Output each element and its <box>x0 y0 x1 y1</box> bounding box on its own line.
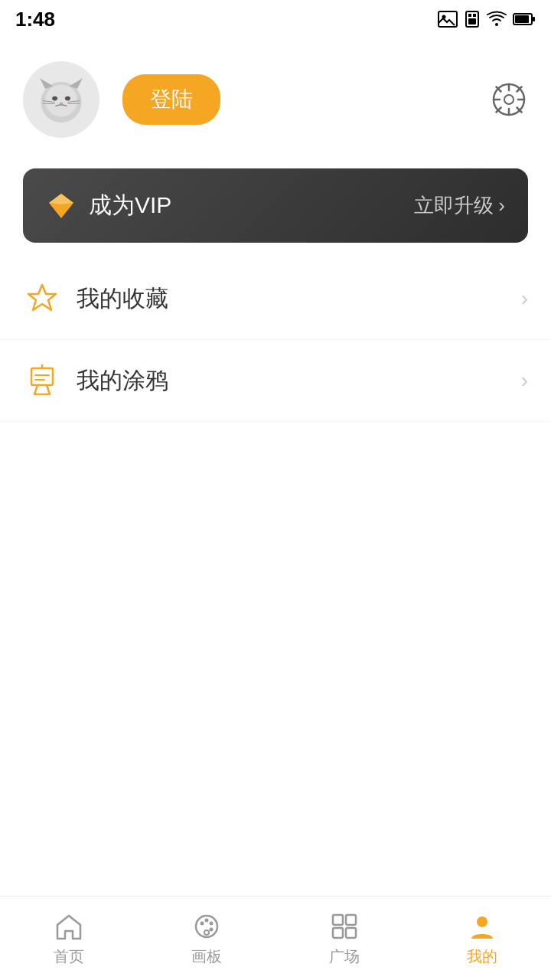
status-time: 1:48 <box>15 8 55 31</box>
sim-status-icon <box>464 11 481 28</box>
status-icons <box>438 11 536 28</box>
svg-line-35 <box>34 385 37 394</box>
status-bar: 1:48 <box>0 0 551 38</box>
svg-marker-32 <box>49 194 73 204</box>
grid-icon <box>328 910 361 943</box>
svg-line-19 <box>67 103 80 104</box>
bottom-nav: 首页 画板 广场 <box>0 896 551 980</box>
svg-point-45 <box>210 928 214 932</box>
profile-icon <box>465 910 499 943</box>
menu-list: 我的收藏 › 我的涂鸦 › <box>0 258 551 422</box>
svg-point-6 <box>495 23 498 26</box>
svg-rect-49 <box>333 928 343 938</box>
wifi-icon <box>487 11 507 28</box>
svg-rect-8 <box>515 15 529 23</box>
vip-upgrade-arrow-icon: › <box>498 194 505 217</box>
nav-item-home[interactable]: 首页 <box>0 910 138 967</box>
favorites-arrow-icon: › <box>521 286 528 311</box>
star-icon <box>23 279 61 318</box>
svg-marker-33 <box>28 285 56 310</box>
favorites-label: 我的收藏 <box>77 283 521 315</box>
nav-home-label: 首页 <box>54 946 84 967</box>
svg-rect-34 <box>31 368 53 385</box>
svg-point-20 <box>60 103 63 105</box>
nav-item-palette[interactable]: 画板 <box>138 910 276 967</box>
vip-banner[interactable]: 成为VIP 立即升级 › <box>23 168 528 243</box>
avatar-cat-image <box>34 73 88 126</box>
svg-point-51 <box>477 916 487 927</box>
svg-point-13 <box>45 84 77 116</box>
svg-rect-50 <box>346 928 356 938</box>
nav-grid-label: 广场 <box>329 946 360 967</box>
svg-rect-5 <box>473 14 476 17</box>
svg-point-22 <box>504 95 514 104</box>
svg-line-36 <box>47 385 50 394</box>
login-button[interactable]: 登陆 <box>122 74 220 125</box>
settings-icon[interactable] <box>490 80 528 119</box>
svg-rect-48 <box>346 915 356 925</box>
svg-point-42 <box>201 922 204 926</box>
avatar <box>23 61 99 138</box>
svg-point-14 <box>52 96 57 101</box>
vip-upgrade-label: 立即升级 › <box>414 192 505 219</box>
home-icon <box>52 910 86 943</box>
svg-line-17 <box>43 103 55 104</box>
profile-section: 登陆 <box>0 38 551 161</box>
paint-icon <box>23 361 61 400</box>
svg-point-44 <box>210 922 214 926</box>
battery-icon <box>513 12 536 26</box>
svg-rect-9 <box>533 17 535 21</box>
nav-profile-label: 我的 <box>467 946 497 967</box>
svg-point-43 <box>205 919 209 923</box>
svg-rect-3 <box>468 18 476 24</box>
palette-icon <box>190 910 223 943</box>
svg-point-15 <box>65 96 70 101</box>
vip-title: 成为VIP <box>89 190 414 221</box>
doodles-arrow-icon: › <box>521 368 528 393</box>
menu-item-doodles[interactable]: 我的涂鸦 › <box>0 340 551 422</box>
svg-point-46 <box>204 930 209 935</box>
svg-rect-47 <box>333 915 343 925</box>
nav-item-grid[interactable]: 广场 <box>276 910 413 967</box>
nav-palette-label: 画板 <box>191 946 222 967</box>
diamond-icon <box>46 191 77 221</box>
svg-rect-4 <box>468 14 471 17</box>
doodles-label: 我的涂鸦 <box>77 365 521 397</box>
image-status-icon <box>438 11 458 28</box>
nav-item-profile[interactable]: 我的 <box>413 910 551 967</box>
menu-item-favorites[interactable]: 我的收藏 › <box>0 258 551 340</box>
